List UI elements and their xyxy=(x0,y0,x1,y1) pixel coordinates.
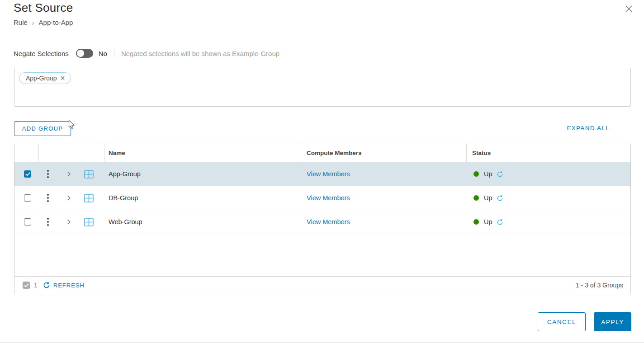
negate-toggle-state: No xyxy=(99,50,107,57)
table-row-web-group[interactable]: Web-Group View Members Up xyxy=(14,210,630,234)
negate-selections-label: Negate Selections xyxy=(14,50,69,57)
row-expand-chevron-icon[interactable] xyxy=(66,195,72,201)
close-icon[interactable] xyxy=(624,4,633,13)
row-menu-kebab-icon[interactable] xyxy=(47,193,49,202)
expand-all-link[interactable]: EXPAND ALL xyxy=(567,125,610,132)
bottom-divider xyxy=(0,342,644,343)
dialog-actions: CANCEL APPLY xyxy=(538,312,631,331)
negate-hint-example: Example-Group xyxy=(232,50,279,57)
view-members-link[interactable]: View Members xyxy=(307,170,350,178)
table-footer: 1 REFRESH 1 - 3 of 3 Groups xyxy=(14,276,630,294)
apply-button[interactable]: APPLY xyxy=(594,312,631,331)
group-type-icon xyxy=(84,194,94,202)
header-actions-cell xyxy=(39,144,104,162)
footer-select-checkbox[interactable] xyxy=(23,282,30,289)
row-menu-kebab-icon[interactable] xyxy=(47,169,49,179)
column-header-status[interactable]: Status xyxy=(467,144,630,162)
chip-remove-icon[interactable]: ✕ xyxy=(60,75,65,81)
breadcrumb-separator-icon: › xyxy=(32,18,34,26)
status-label: Up xyxy=(484,194,492,202)
refresh-link[interactable]: REFRESH xyxy=(53,282,85,289)
row-menu-kebab-icon[interactable] xyxy=(47,217,49,226)
negate-toggle[interactable] xyxy=(76,49,93,58)
refresh-icon[interactable] xyxy=(43,282,50,289)
column-header-name[interactable]: Name xyxy=(104,144,301,162)
groups-table: Name Compute Members Status App-Group Vi… xyxy=(14,144,631,294)
negate-selections-row: Negate Selections No Negated selections … xyxy=(14,47,279,59)
status-refresh-icon[interactable] xyxy=(497,195,503,202)
selected-count: 1 xyxy=(34,282,38,289)
row-checkbox-checked[interactable] xyxy=(24,170,31,178)
toggle-knob xyxy=(77,50,84,57)
column-header-compute-members[interactable]: Compute Members xyxy=(301,144,467,162)
row-checkbox[interactable] xyxy=(24,194,31,202)
column-header-status-label: Status xyxy=(472,150,491,156)
group-chip: App-Group ✕ xyxy=(19,72,71,84)
row-expand-chevron-icon[interactable] xyxy=(66,219,72,225)
group-type-icon xyxy=(84,218,94,226)
status-up-dot xyxy=(474,195,479,201)
row-checkbox[interactable] xyxy=(24,218,31,226)
status-up-dot xyxy=(474,171,479,177)
add-group-button[interactable]: ADD GROUP xyxy=(14,121,71,136)
group-name: DB-Group xyxy=(109,194,138,202)
status-up-dot xyxy=(474,219,479,225)
group-chip-label: App-Group xyxy=(26,75,57,82)
table-row-db-group[interactable]: DB-Group View Members Up xyxy=(14,186,630,210)
status-label: Up xyxy=(484,218,492,226)
negate-hint-text: Negated selections will be shown as Exam… xyxy=(121,50,279,57)
status-refresh-icon[interactable] xyxy=(497,171,503,178)
table-row-app-group[interactable]: App-Group View Members Up xyxy=(14,162,630,186)
breadcrumb-item-rule[interactable]: Rule xyxy=(14,19,28,26)
group-type-icon xyxy=(84,170,94,179)
selected-groups-box[interactable]: App-Group ✕ xyxy=(14,68,631,107)
status-label: Up xyxy=(484,170,492,178)
divider xyxy=(114,49,114,57)
negate-hint-prefix: Negated selections will be shown as xyxy=(121,50,232,57)
breadcrumb-item-current: App-to-App xyxy=(39,19,73,26)
status-refresh-icon[interactable] xyxy=(497,219,503,226)
pagination-range-label: 1 - 3 of 3 Groups xyxy=(576,282,623,289)
cancel-button[interactable]: CANCEL xyxy=(538,312,586,331)
view-members-link[interactable]: View Members xyxy=(307,218,350,226)
group-name: Web-Group xyxy=(109,218,142,226)
group-name: App-Group xyxy=(109,170,141,178)
table-empty-area xyxy=(14,234,630,276)
breadcrumb: Rule › App-to-App xyxy=(14,19,73,26)
header-select-cell xyxy=(14,144,39,162)
row-expand-chevron-icon[interactable] xyxy=(66,171,72,177)
page-title: Set Source xyxy=(14,1,73,15)
view-members-link[interactable]: View Members xyxy=(307,194,350,202)
column-header-compute-members-label: Compute Members xyxy=(307,150,362,156)
table-header-row: Name Compute Members Status xyxy=(14,144,630,162)
column-header-name-label: Name xyxy=(109,150,125,156)
